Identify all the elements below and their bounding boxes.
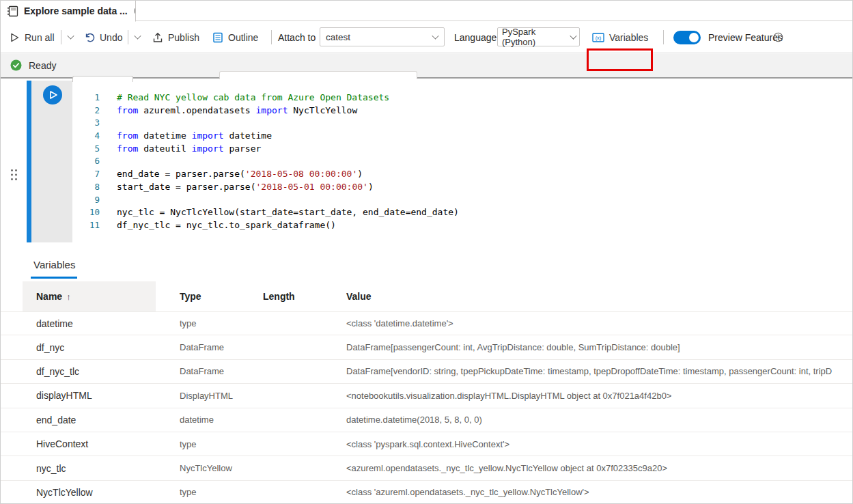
code-text: nyc_tlc = NycTlcYellow(start_date=start_… bbox=[100, 206, 459, 219]
cell-gutter bbox=[31, 81, 72, 242]
variable-name: NycTlcYellow bbox=[1, 487, 180, 498]
line-number: 4 bbox=[72, 130, 100, 143]
notebook-tab[interactable]: Explore sample data ... bbox=[1, 1, 136, 22]
cell-drag-handle[interactable] bbox=[10, 169, 18, 181]
variable-row[interactable]: end_datedatetimedatetime.datetime(2018, … bbox=[1, 408, 852, 432]
code-line: 6 bbox=[72, 155, 852, 168]
code-line: 5from dateutil import parser bbox=[72, 143, 852, 156]
column-header-name[interactable]: Name↑ bbox=[1, 291, 180, 302]
column-header-length[interactable]: Length bbox=[263, 291, 346, 302]
publish-button[interactable]: Publish bbox=[152, 22, 199, 53]
notebook-window: Explore sample data ... Run all Undo bbox=[0, 0, 853, 504]
undo-label: Undo bbox=[100, 32, 122, 43]
variable-row[interactable]: df_nyc_tlcDataFrameDataFrame[vendorID: s… bbox=[1, 360, 852, 384]
code-text: start_date = parser.parse('2018-05-01 00… bbox=[100, 181, 374, 194]
notebook-icon bbox=[7, 5, 18, 17]
outline-label: Outline bbox=[228, 32, 258, 43]
variable-row[interactable]: displayHTMLDisplayHTML<notebookutils.vis… bbox=[1, 384, 852, 408]
code-text bbox=[100, 117, 117, 130]
variable-value: DataFrame[vendorID: string, tpepPickupDa… bbox=[346, 366, 852, 376]
code-text: df_nyc_tlc = nyc_tlc.to_spark_dataframe(… bbox=[100, 219, 336, 232]
toolbar-divider bbox=[128, 30, 128, 44]
language-value: PySpark (Python) bbox=[502, 27, 570, 47]
status-bar: Ready bbox=[1, 53, 852, 79]
line-number: 11 bbox=[72, 219, 100, 232]
code-line: 3 bbox=[72, 117, 852, 130]
run-cell-button[interactable] bbox=[43, 85, 62, 104]
run-options-dropdown[interactable] bbox=[68, 22, 74, 53]
variables-button[interactable]: (x) Variables bbox=[592, 22, 648, 53]
chevron-down-icon bbox=[570, 32, 577, 39]
variables-panel-tab[interactable]: Variables bbox=[33, 259, 75, 270]
variable-type: DataFrame bbox=[180, 366, 263, 376]
variable-row[interactable]: NycTlcYellowtype<class 'azureml.opendata… bbox=[1, 481, 852, 503]
variable-name: nyc_tlc bbox=[1, 463, 180, 474]
code-text: # Read NYC yellow cab data from Azure Op… bbox=[100, 92, 389, 104]
variable-value: DataFrame[passengerCount: int, AvgTripDi… bbox=[346, 342, 852, 352]
play-icon bbox=[10, 32, 20, 43]
variable-type: NycTlcYellow bbox=[180, 463, 263, 473]
chevron-down-icon bbox=[134, 32, 141, 39]
code-line: 11df_nyc_tlc = nyc_tlc.to_spark_datafram… bbox=[72, 219, 852, 232]
toggle-knob bbox=[689, 33, 699, 42]
code-cell: 1# Read NYC yellow cab data from Azure O… bbox=[1, 81, 852, 242]
code-text: from azureml.opendatasets import NycTlcY… bbox=[100, 104, 357, 117]
editor-notch bbox=[72, 76, 133, 82]
variable-value: <class 'datetime.datetime'> bbox=[346, 318, 852, 328]
code-line: 10nyc_tlc = NycTlcYellow(start_date=star… bbox=[72, 206, 852, 219]
line-number: 1 bbox=[72, 92, 100, 104]
preview-features-toggle[interactable] bbox=[673, 31, 701, 44]
code-editor[interactable]: 1# Read NYC yellow cab data from Azure O… bbox=[72, 81, 852, 242]
run-all-label: Run all bbox=[25, 32, 55, 43]
code-line: 8start_date = parser.parse('2018-05-01 0… bbox=[72, 181, 852, 194]
run-all-button[interactable]: Run all bbox=[10, 22, 55, 53]
variable-row[interactable]: HiveContexttype<class 'pyspark.sql.conte… bbox=[1, 432, 852, 456]
tab-title: Explore sample data ... bbox=[24, 5, 128, 16]
toolbar-divider bbox=[663, 30, 664, 44]
attach-to-label: Attach to bbox=[278, 22, 316, 53]
outline-button[interactable]: Outline bbox=[212, 22, 258, 53]
variables-label: Variables bbox=[609, 32, 648, 43]
code-text bbox=[100, 155, 117, 168]
attach-to-dropdown[interactable]: catest bbox=[320, 27, 445, 46]
name-header-label: Name bbox=[36, 291, 62, 302]
active-tab-underline bbox=[31, 277, 77, 279]
variable-row[interactable]: datetimetype<class 'datetime.datetime'> bbox=[1, 311, 852, 335]
column-header-value[interactable]: Value bbox=[346, 291, 852, 302]
code-text: end_date = parser.parse('2018-05-08 00:0… bbox=[100, 168, 363, 181]
code-line: 4from datetime import datetime bbox=[72, 130, 852, 143]
preview-features-label: Preview Features bbox=[708, 22, 783, 53]
variable-name: HiveContext bbox=[1, 438, 180, 449]
language-dropdown[interactable]: PySpark (Python) bbox=[497, 27, 580, 46]
line-number: 9 bbox=[72, 194, 100, 207]
undo-options-dropdown[interactable] bbox=[135, 22, 141, 53]
tab-bar: Explore sample data ... bbox=[1, 1, 852, 21]
variable-type: type bbox=[180, 439, 263, 449]
variable-row[interactable]: df_nycDataFrameDataFrame[passengerCount:… bbox=[1, 335, 852, 359]
variable-name: displayHTML bbox=[1, 390, 180, 401]
variable-name: df_nyc_tlc bbox=[1, 366, 180, 377]
code-line: 7end_date = parser.parse('2018-05-08 00:… bbox=[72, 168, 852, 181]
attach-to-value: catest bbox=[326, 32, 350, 42]
outline-icon bbox=[212, 32, 223, 43]
code-line: 1# Read NYC yellow cab data from Azure O… bbox=[72, 92, 852, 104]
notebook-toolbar: Run all Undo P bbox=[1, 22, 852, 53]
variable-type: type bbox=[180, 318, 263, 328]
undo-icon bbox=[84, 32, 95, 43]
code-text: from dateutil import parser bbox=[100, 143, 261, 156]
variables-icon: (x) bbox=[592, 33, 604, 42]
publish-icon bbox=[152, 32, 163, 43]
code-line: 2from azureml.opendatasets import NycTlc… bbox=[72, 104, 852, 117]
variables-panel: Variables Name↑ Type Length Value dateti… bbox=[1, 242, 852, 503]
toolbar-divider bbox=[61, 30, 61, 44]
variable-type: datetime bbox=[180, 415, 263, 425]
variable-type: DisplayHTML bbox=[180, 391, 263, 401]
variables-table-body: datetimetype<class 'datetime.datetime'>d… bbox=[1, 311, 852, 503]
variable-value: <azureml.opendatasets._nyc_tlc_yellow.Ny… bbox=[346, 463, 852, 473]
preview-features-info-icon[interactable] bbox=[773, 22, 783, 53]
variable-value: datetime.datetime(2018, 5, 8, 0, 0) bbox=[346, 415, 852, 425]
variable-row[interactable]: nyc_tlcNycTlcYellow<azureml.opendatasets… bbox=[1, 456, 852, 480]
code-text: from datetime import datetime bbox=[100, 130, 272, 143]
column-header-type[interactable]: Type bbox=[180, 291, 263, 302]
undo-button[interactable]: Undo bbox=[84, 22, 122, 53]
